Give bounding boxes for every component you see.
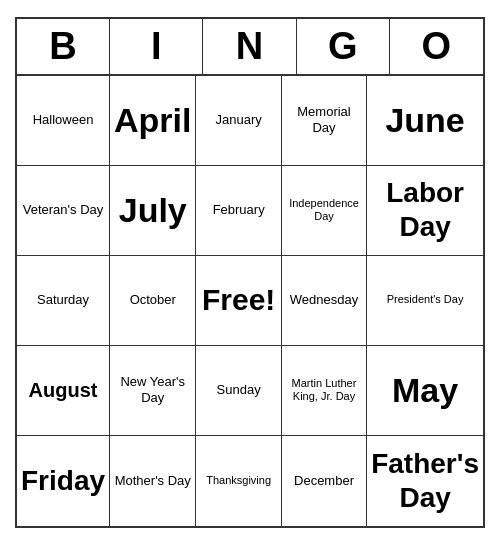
cell-text: August xyxy=(29,378,98,402)
bingo-grid: HalloweenAprilJanuaryMemorial DayJuneVet… xyxy=(17,76,483,526)
cell-text: Sunday xyxy=(217,382,261,398)
bingo-cell: February xyxy=(196,166,281,256)
bingo-cell: President's Day xyxy=(367,256,483,346)
cell-text: October xyxy=(130,292,176,308)
bingo-cell: Halloween xyxy=(17,76,110,166)
bingo-cell: Saturday xyxy=(17,256,110,346)
bingo-cell: July xyxy=(110,166,196,256)
header-letter: O xyxy=(390,19,483,74)
bingo-cell: January xyxy=(196,76,281,166)
cell-text: July xyxy=(119,190,187,231)
cell-text: Martin Luther King, Jr. Day xyxy=(286,377,362,403)
cell-text: April xyxy=(114,100,191,141)
bingo-card: BINGO HalloweenAprilJanuaryMemorial DayJ… xyxy=(15,17,485,528)
bingo-cell: Independence Day xyxy=(282,166,367,256)
bingo-cell: Free! xyxy=(196,256,281,346)
cell-text: Labor Day xyxy=(371,176,479,243)
bingo-cell: Mother's Day xyxy=(110,436,196,526)
header-letter: I xyxy=(110,19,203,74)
cell-text: Independence Day xyxy=(286,197,362,223)
bingo-cell: Labor Day xyxy=(367,166,483,256)
cell-text: Father's Day xyxy=(371,447,479,514)
bingo-cell: Wednesday xyxy=(282,256,367,346)
cell-text: December xyxy=(294,473,354,489)
bingo-cell: Veteran's Day xyxy=(17,166,110,256)
cell-text: Wednesday xyxy=(290,292,358,308)
cell-text: Friday xyxy=(21,464,105,498)
bingo-cell: April xyxy=(110,76,196,166)
header-letter: B xyxy=(17,19,110,74)
bingo-cell: Thanksgiving xyxy=(196,436,281,526)
bingo-header: BINGO xyxy=(17,19,483,76)
bingo-cell: December xyxy=(282,436,367,526)
cell-text: Memorial Day xyxy=(286,104,362,135)
cell-text: Halloween xyxy=(33,112,94,128)
cell-text: Mother's Day xyxy=(115,473,191,489)
cell-text: January xyxy=(216,112,262,128)
bingo-cell: Father's Day xyxy=(367,436,483,526)
header-letter: G xyxy=(297,19,390,74)
header-letter: N xyxy=(203,19,296,74)
cell-text: Thanksgiving xyxy=(206,474,271,487)
cell-text: Saturday xyxy=(37,292,89,308)
cell-text: June xyxy=(385,100,464,141)
cell-text: Veteran's Day xyxy=(23,202,104,218)
bingo-cell: New Year's Day xyxy=(110,346,196,436)
cell-text: May xyxy=(392,370,458,411)
cell-text: New Year's Day xyxy=(114,374,191,405)
cell-text: Free! xyxy=(202,282,275,318)
bingo-cell: October xyxy=(110,256,196,346)
bingo-cell: May xyxy=(367,346,483,436)
bingo-cell: Friday xyxy=(17,436,110,526)
bingo-cell: August xyxy=(17,346,110,436)
bingo-cell: Sunday xyxy=(196,346,281,436)
cell-text: President's Day xyxy=(387,293,464,306)
cell-text: February xyxy=(213,202,265,218)
bingo-cell: June xyxy=(367,76,483,166)
bingo-cell: Memorial Day xyxy=(282,76,367,166)
bingo-cell: Martin Luther King, Jr. Day xyxy=(282,346,367,436)
